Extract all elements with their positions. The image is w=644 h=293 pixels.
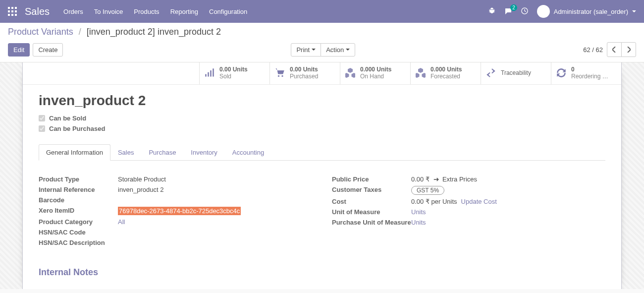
tab-purchase[interactable]: Purchase: [141, 144, 183, 161]
product-title: inven_product 2: [39, 93, 605, 109]
value-purchase-uom[interactable]: Units: [411, 219, 426, 226]
left-column: Product TypeStorable Product Internal Re…: [39, 176, 312, 249]
bars-icon: [205, 68, 215, 79]
stat-label: Sold: [219, 73, 248, 80]
nav-to-invoice[interactable]: To Invoice: [94, 8, 123, 15]
label-uom: Unit of Measure: [332, 208, 411, 216]
pager-prev-button[interactable]: [607, 42, 622, 57]
control-panel: Product Variants / [inven_product 2] inv…: [0, 23, 644, 62]
section-internal-notes: Internal Notes: [39, 267, 605, 278]
svg-rect-14: [213, 68, 214, 76]
label-purchase-uom: Purchase Unit of Measure: [332, 219, 411, 226]
stat-traceability[interactable]: Traceability: [481, 62, 551, 84]
svg-rect-8: [15, 14, 17, 16]
avatar-icon: [537, 5, 550, 18]
svg-rect-0: [8, 7, 10, 9]
breadcrumb-sep: /: [79, 27, 81, 37]
stat-sold[interactable]: 0.00 UnitsSold: [199, 62, 269, 84]
nav-orders[interactable]: Orders: [63, 8, 83, 15]
svg-point-15: [278, 75, 279, 76]
stat-val: 0.000 Units: [430, 66, 462, 73]
print-button[interactable]: Print: [291, 43, 321, 57]
breadcrumb-root[interactable]: Product Variants: [8, 27, 73, 37]
action-button[interactable]: Action: [321, 43, 355, 57]
label-hsn-code: HSN/SAC Code: [39, 229, 118, 236]
svg-rect-13: [210, 70, 212, 77]
svg-rect-7: [11, 14, 13, 16]
caret-down-icon: [312, 49, 316, 51]
value-uom[interactable]: Units: [411, 208, 426, 216]
nav-products[interactable]: Products: [134, 8, 159, 15]
stat-val: 0.00 Units: [219, 66, 248, 73]
value-category[interactable]: All: [118, 218, 125, 226]
label-customer-taxes: Customer Taxes: [332, 186, 411, 193]
navbar-right: 2 Administrator (sale_order): [488, 5, 636, 18]
tax-pill[interactable]: GST 5%: [411, 186, 444, 195]
label-public-price: Public Price: [332, 176, 411, 183]
value-cost: 0.00 ₹ per Units: [411, 198, 457, 205]
pager-text[interactable]: 62 / 62: [583, 46, 603, 54]
stat-label: Forecasted: [430, 73, 462, 80]
user-name: Administrator (sale_order): [554, 8, 628, 15]
caret-down-icon: [632, 10, 636, 12]
create-button[interactable]: Create: [33, 43, 63, 57]
print-label: Print: [296, 46, 310, 54]
apps-icon[interactable]: [8, 7, 17, 16]
extra-prices-label: Extra Prices: [442, 176, 477, 183]
label-internal-ref: Internal Reference: [39, 186, 118, 193]
chat-icon[interactable]: 2: [504, 7, 512, 15]
stat-onhand[interactable]: 0.000 UnitsOn Hand: [340, 62, 410, 84]
nav-configuration[interactable]: Configuration: [209, 8, 247, 15]
svg-rect-12: [208, 72, 209, 76]
form-area: Product TypeStorable Product Internal Re…: [39, 176, 605, 249]
stat-purchased[interactable]: 0.00 UnitsPurchased: [269, 62, 340, 84]
value-internal-ref: inven_product 2: [118, 186, 312, 193]
can-be-purchased-label: Can be Purchased: [49, 125, 105, 132]
action-label: Action: [326, 46, 344, 54]
label-hsn-desc: HSN/SAC Description: [39, 239, 118, 246]
edit-button[interactable]: Edit: [8, 43, 30, 57]
value-product-type: Storable Product: [118, 176, 312, 183]
bug-icon[interactable]: [488, 7, 495, 16]
stat-val: 0.000 Units: [360, 66, 391, 73]
tab-sales[interactable]: Sales: [110, 144, 142, 161]
svg-rect-5: [15, 10, 17, 12]
extra-prices-button[interactable]: Extra Prices: [433, 176, 477, 183]
can-be-purchased-checkbox[interactable]: [39, 125, 45, 132]
label-category: Product Category: [39, 218, 118, 226]
user-menu[interactable]: Administrator (sale_order): [537, 5, 636, 18]
svg-point-16: [281, 75, 283, 76]
svg-rect-11: [205, 74, 207, 76]
svg-rect-3: [8, 10, 10, 12]
tab-accounting[interactable]: Accounting: [225, 144, 271, 161]
svg-point-10: [541, 8, 545, 11]
tab-general[interactable]: General Information: [39, 144, 110, 161]
refresh-icon: [556, 68, 566, 79]
cart-icon: [275, 68, 285, 79]
stat-forecasted[interactable]: 0.000 UnitsForecasted: [410, 62, 481, 84]
update-cost-button[interactable]: Update Cost: [461, 198, 497, 205]
clock-icon[interactable]: [521, 7, 528, 16]
stat-reordering[interactable]: 0Reordering …: [551, 62, 621, 84]
top-navbar: Sales Orders To Invoice Products Reporti…: [0, 0, 644, 23]
can-be-sold-checkbox[interactable]: [39, 115, 45, 121]
pager-next-button[interactable]: [621, 42, 636, 57]
stat-val: 0: [571, 66, 608, 73]
app-brand[interactable]: Sales: [25, 6, 50, 17]
tab-inventory[interactable]: Inventory: [183, 144, 224, 161]
svg-rect-4: [11, 10, 13, 12]
label-barcode: Barcode: [39, 196, 118, 204]
label-xero-itemid: Xero ItemID: [39, 207, 118, 214]
can-be-sold-label: Can be Sold: [49, 115, 86, 122]
exchange-icon: [486, 68, 496, 79]
caret-down-icon: [346, 49, 350, 51]
nav-reporting[interactable]: Reporting: [170, 8, 198, 15]
right-column: Public Price 0.00 ₹ Extra Prices Custome…: [332, 176, 605, 249]
stat-val: 0.00 Units: [290, 66, 318, 73]
main-content[interactable]: 0.00 UnitsSold 0.00 UnitsPurchased 0.000…: [0, 62, 644, 289]
value-public-price: 0.00 ₹: [411, 176, 429, 183]
tabs: General Information Sales Purchase Inven…: [39, 144, 605, 161]
nav-menu: Orders To Invoice Products Reporting Con…: [63, 8, 488, 15]
label-product-type: Product Type: [39, 176, 118, 183]
cubes-icon: [345, 68, 355, 79]
